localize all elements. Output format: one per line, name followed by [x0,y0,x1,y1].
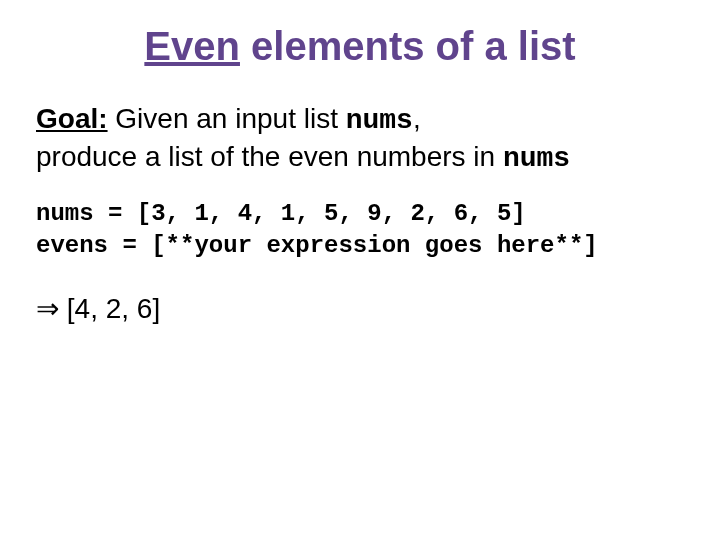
goal-code1: nums [346,105,413,136]
goal-text3: produce a list of the even numbers in [36,141,503,172]
slide-title: Even elements of a list [36,24,684,69]
result-line: ⇒ [4, 2, 6] [36,291,684,327]
slide-content: Goal: Given an input list nums, produce … [36,101,684,327]
title-underlined: Even [144,24,240,68]
goal-label: Goal: [36,103,108,134]
goal-text2: , [413,103,421,134]
code-line2: evens = [**your expression goes here**] [36,230,684,262]
goal-text1: Given an input list [108,103,346,134]
title-rest: elements of a list [240,24,576,68]
implies-arrow-icon: ⇒ [36,293,59,324]
code-line1: nums = [3, 1, 4, 1, 5, 9, 2, 6, 5] [36,198,684,230]
goal-line2: produce a list of the even numbers in nu… [36,139,684,177]
goal-code2: nums [503,143,570,174]
result-value: [4, 2, 6] [59,293,160,324]
code-block: nums = [3, 1, 4, 1, 5, 9, 2, 6, 5]evens … [36,198,684,263]
goal-line1: Goal: Given an input list nums, [36,101,684,139]
